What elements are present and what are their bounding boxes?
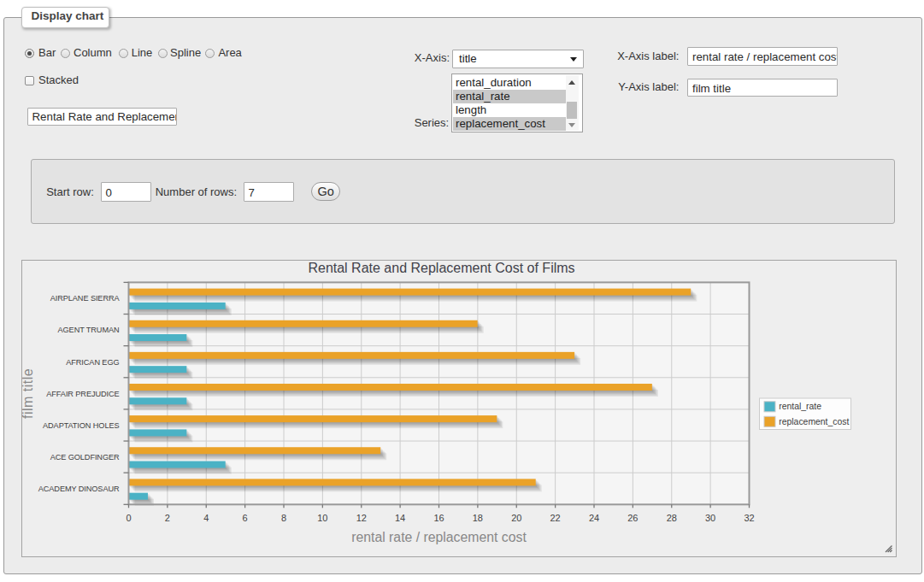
svg-text:4: 4 [203,513,209,523]
svg-text:14: 14 [394,513,404,523]
svg-text:18: 18 [472,513,482,523]
svg-text:AGENT TRUMAN: AGENT TRUMAN [57,326,119,334]
svg-text:22: 22 [550,513,560,523]
svg-text:replacement_cost: replacement_cost [779,417,849,426]
svg-text:12: 12 [356,513,366,523]
svg-text:26: 26 [627,513,638,523]
svg-text:ADAPTATION HOLES: ADAPTATION HOLES [43,421,119,430]
svg-text:AIRPLANE SIERRA: AIRPLANE SIERRA [50,294,120,303]
svg-text:8: 8 [280,513,285,523]
svg-text:rental_rate: rental_rate [779,402,821,411]
svg-text:rental rate / replacement cost: rental rate / replacement cost [351,530,527,544]
svg-text:ACE GOLDFINGER: ACE GOLDFINGER [50,453,119,461]
svg-text:film title: film title [21,368,35,419]
svg-text:Rental Rate and Replacement Co: Rental Rate and Replacement Cost of Film… [308,261,574,275]
svg-text:30: 30 [704,513,715,523]
svg-text:AFFAIR PREJUDICE: AFFAIR PREJUDICE [46,390,119,398]
svg-text:2: 2 [164,513,169,523]
svg-text:AFRICAN EGG: AFRICAN EGG [66,358,119,367]
svg-text:24: 24 [588,513,598,523]
svg-text:ACADEMY DINOSAUR: ACADEMY DINOSAUR [38,485,119,493]
svg-text:28: 28 [666,513,676,523]
svg-text:20: 20 [511,513,521,523]
svg-text:32: 32 [744,513,754,523]
svg-text:6: 6 [242,513,247,523]
svg-text:16: 16 [433,513,444,523]
svg-text:10: 10 [317,513,327,523]
svg-text:0: 0 [126,513,131,523]
